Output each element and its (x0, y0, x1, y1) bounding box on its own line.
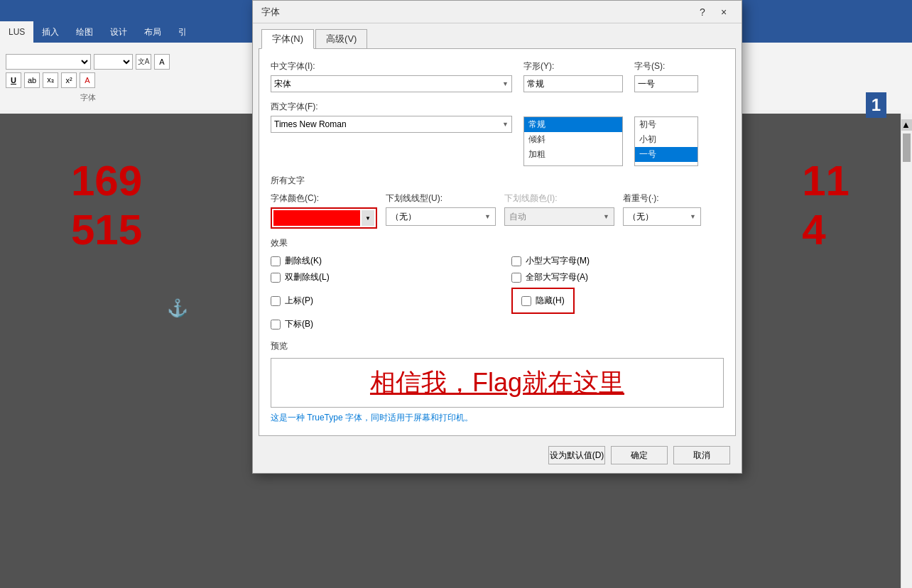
size-listbox[interactable]: 初号 小初 一号 (634, 116, 698, 166)
tab-ref[interactable]: 引 (170, 21, 195, 43)
preview-box: 相信我，Flag就在这里 (271, 358, 724, 408)
subscript-btn[interactable]: x₂ (43, 72, 58, 88)
style-option-regular[interactable]: 常规 (524, 117, 622, 132)
underline-type-value: （无） (391, 211, 416, 223)
emphasis-select[interactable]: （无） ▼ (623, 207, 701, 226)
underline-color-group: 下划线颜色(I): 自动 ▼ (504, 192, 614, 226)
chinese-font-label: 中文字体(I): (271, 60, 512, 72)
subscript-row: 下标(B) (271, 318, 483, 330)
tab-design[interactable]: 设计 (102, 21, 136, 43)
dialog-controls: ? × (693, 4, 733, 20)
superscript-btn[interactable]: x² (61, 72, 77, 88)
scroll-up-btn[interactable]: ▲ (901, 119, 912, 131)
font-main-row: 中文字体(I): 宋体 ▼ 字形(Y): 常规 字号(S): 一号 (271, 60, 724, 92)
underline-color-label: 下划线颜色(I): (504, 192, 614, 205)
double-strikethrough-row: 双删除线(L) (271, 271, 483, 283)
strikethrough-label: 删除线(K) (285, 255, 322, 267)
western-font-group: 西文字体(F): Times New Roman ▼ (271, 101, 512, 166)
size-option-yihao[interactable]: 一号 (635, 147, 697, 162)
vertical-scrollbar[interactable]: ▲ (901, 114, 912, 588)
ok-btn[interactable]: 确定 (611, 446, 668, 464)
chinese-font-select[interactable]: 宋体 ▼ (271, 75, 512, 92)
small-caps-checkbox[interactable] (511, 256, 521, 266)
page-number: 1 (866, 92, 886, 118)
underline-color-arrow: ▼ (603, 213, 609, 220)
western-font-select[interactable]: Times New Roman ▼ (271, 116, 512, 133)
all-text-row: 字体颜色(C): ▼ 下划线线型(U): （无） ▼ 下划线颜色(I): 自动 (271, 192, 724, 229)
dialog-titlebar: 字体 ? × (253, 1, 742, 23)
size-label: 字号(S): (634, 60, 698, 72)
small-caps-row: 小型大写字母(M) (511, 255, 724, 267)
size-option-xiaochuhao[interactable]: 小初 (635, 132, 697, 147)
underline-type-select[interactable]: （无） ▼ (386, 207, 496, 226)
font-group-label: 字体 (6, 92, 170, 103)
style-select[interactable]: 常规 (523, 75, 623, 92)
font-color-swatch (273, 210, 360, 226)
wen-btn[interactable]: 文A (136, 54, 151, 70)
all-caps-checkbox[interactable] (511, 273, 521, 283)
hidden-box: 隐藏(H) (511, 288, 575, 314)
effects-section: 效果 删除线(K) 小型大写字母(M) 双删除线(L) 全部大写字母(A) (271, 237, 724, 330)
strikethrough-btn[interactable]: ab (24, 72, 40, 88)
underline-btn[interactable]: U (6, 72, 21, 88)
scroll-thumb[interactable] (903, 134, 911, 162)
tab-layout[interactable]: 布局 (136, 21, 170, 43)
font-color-dropdown-btn[interactable]: ▼ (362, 210, 374, 226)
style-value: 常规 (527, 78, 544, 90)
aa-btn[interactable]: A (154, 54, 170, 70)
all-text-label: 所有文字 (271, 175, 724, 187)
anchor-symbol: ⚓ (167, 298, 188, 318)
superscript-checkbox[interactable] (271, 296, 281, 306)
font-dialog: 字体 ? × 字体(N) 高级(V) 中文字体(I): 宋体 ▼ 字形(Y): (252, 0, 742, 474)
western-font-arrow: ▼ (502, 121, 509, 128)
chinese-font-group: 中文字体(I): 宋体 ▼ (271, 60, 512, 92)
dialog-tabs: 字体(N) 高级(V) (253, 23, 742, 48)
font-color-selector[interactable]: ▼ (271, 207, 377, 229)
size-option-chuhao[interactable]: 初号 (635, 117, 697, 132)
font-color-group: 字体颜色(C): ▼ (271, 192, 377, 229)
hidden-checkbox[interactable] (521, 296, 531, 306)
dialog-help-btn[interactable]: ? (693, 4, 712, 20)
style-option-bold[interactable]: 加粗 (524, 147, 622, 162)
chinese-font-arrow: ▼ (502, 80, 509, 87)
subscript-checkbox[interactable] (271, 320, 281, 330)
tab-advanced[interactable]: 高级(V) (315, 29, 367, 48)
underline-type-group: 下划线线型(U): （无） ▼ (386, 192, 496, 226)
underline-type-arrow: ▼ (484, 213, 491, 220)
tab-insert[interactable]: 插入 (33, 21, 67, 43)
font-size-select[interactable] (94, 54, 133, 70)
emphasis-value: （无） (628, 211, 653, 223)
style-option-italic[interactable]: 倾斜 (524, 132, 622, 147)
double-strikethrough-label: 双删除线(L) (285, 271, 330, 283)
subscript-label: 下标(B) (285, 318, 313, 330)
preview-note-suffix: 。 (465, 413, 473, 423)
double-strikethrough-checkbox[interactable] (271, 273, 281, 283)
tab-lus[interactable]: LUS (0, 21, 33, 43)
size-group: 字号(S): 一号 (634, 60, 698, 92)
bg-num-left-1: 169 515 (71, 156, 142, 254)
char-btn[interactable]: A (80, 72, 95, 88)
strikethrough-row: 删除线(K) (271, 255, 483, 267)
tab-draw[interactable]: 绘图 (67, 21, 102, 43)
cancel-btn[interactable]: 取消 (673, 446, 730, 464)
chinese-font-value: 宋体 (274, 78, 291, 90)
tab-font[interactable]: 字体(N) (261, 29, 314, 49)
emphasis-group: 着重号(·): （无） ▼ (623, 192, 701, 226)
default-btn[interactable]: 设为默认值(D) (548, 446, 605, 464)
effects-grid: 删除线(K) 小型大写字母(M) 双删除线(L) 全部大写字母(A) 上标(P) (271, 255, 724, 330)
dialog-body: 中文字体(I): 宋体 ▼ 字形(Y): 常规 字号(S): 一号 (259, 48, 736, 436)
western-font-row: 西文字体(F): Times New Roman ▼ 常规 倾斜 加粗 (271, 101, 724, 166)
western-font-value: Times New Roman (274, 119, 347, 129)
western-font-label: 西文字体(F): (271, 101, 512, 113)
effects-label: 效果 (271, 237, 724, 249)
dialog-close-btn[interactable]: × (715, 4, 733, 20)
size-select[interactable]: 一号 (634, 75, 698, 92)
strikethrough-checkbox[interactable] (271, 256, 281, 266)
preview-text: 相信我，Flag就在这里 (370, 366, 624, 401)
font-name-select[interactable] (6, 54, 91, 70)
dialog-title: 字体 (261, 6, 280, 18)
small-caps-label: 小型大写字母(M) (526, 255, 590, 267)
style-listbox[interactable]: 常规 倾斜 加粗 (523, 116, 623, 166)
underline-color-select: 自动 ▼ (504, 207, 614, 226)
superscript-row: 上标(P) (271, 288, 483, 314)
